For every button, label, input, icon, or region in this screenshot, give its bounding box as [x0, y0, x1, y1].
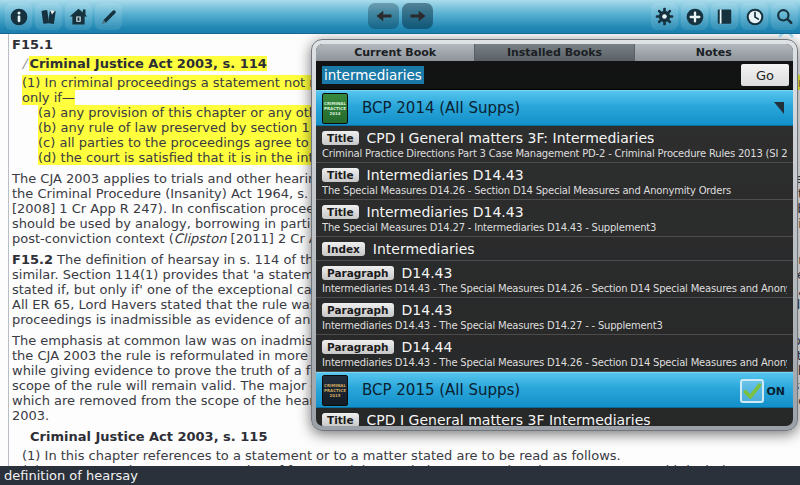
search-result[interactable]: Title CPD I General matters 3F: Intermed… [316, 126, 793, 163]
info-button[interactable] [5, 3, 32, 30]
home-button[interactable] [65, 3, 92, 30]
result-subtitle: Intermediaries D14.43 - The Special Meas… [322, 283, 787, 294]
book-cover-icon: CRIMINAL PRACTICE 2014 [322, 93, 348, 124]
book-icon [715, 7, 734, 26]
doc-line: Criminal Justice Act 2003, s. 115 [0, 429, 800, 444]
result-type-badge: Paragraph [322, 303, 394, 317]
result-subtitle: Criminal Practice Directions Part 3 Case… [322, 148, 787, 159]
result-type-badge: Paragraph [322, 340, 394, 354]
status-bar: definition of hearsay [0, 466, 800, 485]
tab-installed-books[interactable]: Installed Books [475, 44, 634, 61]
search-result[interactable]: Title Intermediaries D14.43 The Special … [316, 163, 793, 200]
search-result[interactable]: Paragraph D14.43 Intermediaries D14.43 -… [316, 298, 793, 335]
result-title: CPD I General matters 3F Intermediaries [367, 412, 651, 426]
back-button[interactable] [368, 3, 399, 29]
book-on-toggle[interactable]: ON [740, 379, 785, 403]
back-arrow-icon [375, 8, 393, 24]
result-type-badge: Title [322, 205, 359, 219]
result-subtitle: The Special Measures D14.27 - Intermedia… [322, 222, 787, 233]
result-title: Intermediaries D14.43 [367, 204, 524, 220]
book-group-header-bcp2015[interactable]: CRIMINAL PRACTICE 2015 BCP 2015 (All Sup… [316, 372, 793, 408]
result-subtitle: Intermediaries D14.43 - The Special Meas… [322, 357, 787, 368]
toolbar-right-group [651, 3, 798, 30]
search-icon [775, 7, 795, 27]
search-panel: Current Book Installed Books Notes inter… [311, 39, 798, 431]
toggle-on-label: ON [766, 385, 785, 398]
library-button[interactable] [35, 3, 62, 30]
search-input[interactable]: intermediaries [320, 64, 735, 86]
result-title: D14.43 [402, 302, 453, 318]
add-button[interactable] [681, 3, 708, 30]
results-list: CRIMINAL PRACTICE 2014 BCP 2014 (All Sup… [316, 90, 793, 426]
toolbar-nav-group [368, 3, 433, 29]
result-subtitle: Intermediaries D14.43 - The Special Meas… [322, 320, 787, 331]
settings-button[interactable] [651, 3, 678, 30]
gear-icon [654, 6, 675, 27]
app-screen: F15.1/Criminal Justice Act 2003, s. 114(… [0, 0, 800, 485]
plus-circle-icon [685, 7, 705, 27]
info-icon [9, 7, 29, 27]
home-icon [68, 6, 89, 27]
search-result[interactable]: Index Intermediaries [316, 237, 793, 261]
toolbar-left-group [5, 3, 122, 30]
top-toolbar [0, 0, 800, 34]
book-cover-icon: CRIMINAL PRACTICE 2015 [322, 375, 348, 406]
checkbox-checked-icon [740, 379, 764, 403]
search-result[interactable]: Paragraph D14.43 Intermediaries D14.43 -… [316, 261, 793, 298]
search-result[interactable]: Title CPD I General matters 3F Intermedi… [316, 408, 793, 426]
result-title: D14.43 [402, 265, 453, 281]
annotate-button[interactable] [95, 3, 122, 30]
result-title: CPD I General matters 3F: Intermediaries [367, 130, 655, 146]
go-button[interactable]: Go [741, 64, 789, 86]
corner-flag-icon [774, 102, 784, 114]
result-type-badge: Index [322, 242, 365, 256]
pencil-icon [99, 7, 119, 27]
annotation-marker: / [22, 56, 26, 71]
result-title: D14.44 [402, 339, 453, 355]
forward-button[interactable] [402, 3, 433, 29]
books-icon [39, 7, 59, 27]
result-subtitle: The Special Measures D14.26 - Section D1… [322, 185, 787, 196]
tab-notes[interactable]: Notes [635, 44, 793, 61]
bookmarks-button[interactable] [711, 3, 738, 30]
tab-current-book[interactable]: Current Book [316, 44, 475, 61]
search-result[interactable]: Paragraph D14.44 Intermediaries D14.43 -… [316, 335, 793, 372]
search-button[interactable] [771, 3, 798, 30]
result-title: Intermediaries [373, 241, 475, 257]
result-type-badge: Title [322, 131, 359, 145]
history-button[interactable] [741, 3, 768, 30]
doc-line: (1) In this chapter references to a stat… [0, 448, 800, 463]
search-panel-body: Current Book Installed Books Notes inter… [316, 44, 793, 426]
book-group-title: BCP 2015 (All Supps) [362, 381, 520, 399]
clock-icon [745, 7, 765, 27]
result-type-badge: Paragraph [322, 266, 394, 280]
panel-tabs: Current Book Installed Books Notes [316, 44, 793, 61]
result-type-badge: Title [322, 413, 359, 426]
book-group-header-bcp2014[interactable]: CRIMINAL PRACTICE 2014 BCP 2014 (All Sup… [316, 90, 793, 126]
book-group-title: BCP 2014 (All Supps) [362, 99, 520, 117]
result-title: Intermediaries D14.43 [367, 167, 524, 183]
status-text: definition of hearsay [4, 468, 138, 483]
result-type-badge: Title [322, 168, 359, 182]
forward-arrow-icon [409, 8, 427, 24]
search-bar: intermediaries Go [316, 61, 793, 90]
search-result[interactable]: Title Intermediaries D14.43 The Special … [316, 200, 793, 237]
search-input-value: intermediaries [322, 66, 424, 84]
